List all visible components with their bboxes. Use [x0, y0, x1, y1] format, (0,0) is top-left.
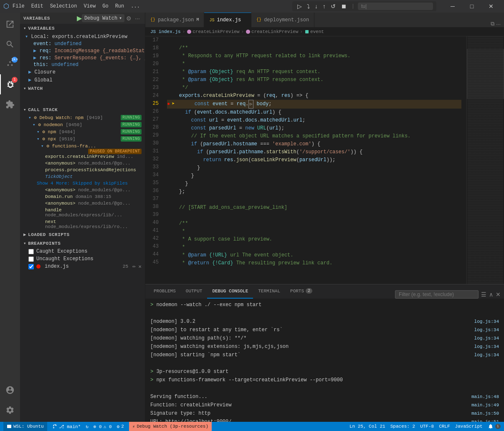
var-this[interactable]: this: undefined	[20, 61, 145, 68]
closure-group[interactable]: ▶ Closure	[20, 68, 145, 76]
status-wsl[interactable]: WSL: Ubuntu	[3, 422, 47, 431]
skipped-files-link[interactable]: Show 4 More: Skipped by skipFiles	[20, 180, 145, 187]
frame-next[interactable]: next node_modules/express/lib/ro...	[20, 218, 145, 230]
local-scope-group[interactable]: ▾ Local: exports.createLinkPreview	[20, 33, 145, 41]
tab-terminal[interactable]: TERMINAL	[253, 284, 285, 299]
tab-debug-console[interactable]: DEBUG CONSOLE	[207, 284, 253, 299]
activity-settings[interactable]	[0, 400, 20, 420]
caught-exceptions-item[interactable]: Caught Exceptions	[20, 248, 145, 255]
log-link-5[interactable]: log.js:34	[474, 351, 499, 359]
debug-stop-btn[interactable]: ⏹	[339, 2, 348, 10]
command-search[interactable]	[358, 3, 433, 10]
tab-index-js[interactable]: JS index.js ✕	[204, 13, 251, 27]
stack-npm-9484[interactable]: ▾ ⚙ npm [9484] RUNNING	[20, 128, 145, 135]
loaded-scripts-section[interactable]: ▶ LOADED SCRIPTS	[20, 230, 145, 239]
activity-source-control[interactable]: 1k+	[0, 54, 20, 74]
status-encoding[interactable]: UTF-8	[420, 424, 434, 429]
caught-exceptions-checkbox[interactable]	[28, 249, 34, 254]
frame-anonymous-1[interactable]: <anonymous> node_modules/@go...	[20, 160, 145, 167]
frame-anonymous-2[interactable]: <anonymous> node_modules/@go...	[20, 187, 145, 193]
stack-functions-fra[interactable]: ▾ ⚙ functions-fra... PAUSED ON BREAKPOIN…	[20, 142, 145, 150]
log-link-2[interactable]: log.js:34	[474, 326, 499, 334]
global-group[interactable]: ▶ Global	[20, 76, 145, 84]
log-link-3[interactable]: log.js:34	[474, 334, 499, 342]
maximize-btn[interactable]: □	[462, 0, 481, 13]
log-link-4[interactable]: log.js:34	[474, 342, 499, 351]
var-event[interactable]: event: undefined	[20, 41, 145, 47]
status-notifications[interactable]: 1	[488, 423, 501, 429]
console-filter-input[interactable]	[395, 290, 479, 299]
frame-process-ticks[interactable]: process.processTicksAndRejections	[20, 167, 145, 173]
activity-search[interactable]	[0, 34, 20, 54]
menu-view[interactable]: View	[84, 3, 96, 9]
status-errors[interactable]: ⊗ 0 ⚠ 0	[94, 424, 112, 429]
frame-anonymous-3[interactable]: <anonymous> node_modules/@go...	[20, 200, 145, 207]
breadcrumb-create-link-2[interactable]: createLinkPreview	[246, 29, 298, 34]
tab-ports[interactable]: PORTS 2	[285, 284, 317, 299]
stack-npx-9519[interactable]: ▾ ⚙ npx [9519] RUNNING	[20, 135, 145, 142]
status-language[interactable]: JavaScript	[455, 424, 483, 429]
tab-deployment-json[interactable]: {} deployment.json	[251, 13, 314, 27]
status-sync[interactable]: ↻	[86, 424, 89, 429]
debug-step-into-btn[interactable]: ↓	[313, 2, 319, 10]
minimize-btn[interactable]: ─	[443, 0, 462, 13]
index-js-breakpoint-checkbox[interactable]	[28, 264, 34, 269]
stack-nodemon-9450[interactable]: ▾ ⚙ nodemon [9450] RUNNING	[20, 121, 145, 128]
main-link-4[interactable]: main.js:51	[471, 418, 499, 422]
main-link-3[interactable]: main.js:50	[471, 409, 499, 418]
debug-config-dropdown[interactable]: Debug Watch ▾	[82, 14, 124, 22]
menu-edit[interactable]: Edit	[31, 3, 43, 9]
main-link-1[interactable]: main.js:48	[471, 393, 499, 401]
menu-run[interactable]: Run	[115, 3, 124, 9]
more-tabs-btn[interactable]: ···	[496, 21, 501, 27]
variables-section[interactable]: ▾ VARIABLES	[20, 24, 145, 33]
activity-debug[interactable]: 1	[0, 74, 20, 94]
tab-output[interactable]: OUTPUT	[181, 284, 208, 299]
code-content[interactable]: /** * Responds to any HTTP request relat…	[162, 36, 466, 284]
main-link-2[interactable]: main.js:49	[471, 401, 499, 409]
menu-more[interactable]: ...	[131, 3, 140, 9]
debug-run-button[interactable]: ▶	[77, 14, 82, 22]
status-eol[interactable]: CRLF	[439, 424, 450, 429]
debug-continue-btn[interactable]: ▷	[296, 2, 304, 10]
activity-explorer[interactable]	[0, 14, 20, 34]
activity-extensions[interactable]	[0, 94, 20, 114]
uncaught-exceptions-item[interactable]: Uncaught Exceptions	[20, 255, 145, 263]
activity-accounts[interactable]	[0, 380, 20, 400]
debug-more-btn[interactable]: ···	[133, 15, 142, 22]
status-spaces[interactable]: Spaces: 2	[390, 424, 415, 429]
status-git-branch[interactable]: ⎇ main*	[52, 424, 81, 429]
list-view-btn[interactable]: ☰	[481, 291, 486, 298]
var-res[interactable]: ▶ res: ServerResponse {_events: {…}, _e.…	[20, 54, 145, 61]
breadcrumb-create-link-1[interactable]: createLinkPreview	[187, 29, 239, 34]
breadcrumb-file[interactable]: JS index.js	[150, 29, 181, 34]
tab-problems[interactable]: PROBLEMS	[149, 284, 181, 299]
edit-breakpoint-btn[interactable]: ✏	[132, 264, 136, 269]
tab-package-json[interactable]: {} package.json M	[145, 13, 204, 27]
status-position[interactable]: Ln 25, Col 21	[350, 424, 385, 429]
status-workers[interactable]: ⚙ 2	[117, 424, 124, 429]
collapse-panel-btn[interactable]: ∧	[489, 291, 493, 298]
menu-go[interactable]: Go	[102, 3, 108, 9]
status-debug-session[interactable]: ⚡ Debug Watch (3p-resources)	[129, 422, 212, 431]
debug-step-over-btn[interactable]: ⤵	[305, 2, 312, 10]
menu-selection[interactable]: Selection	[50, 3, 77, 9]
stack-npm-9419[interactable]: ▾ ⚙ Debug Watch: npm [9419] RUNNING	[20, 114, 145, 121]
watch-section[interactable]: ▾ WATCH	[20, 84, 145, 93]
var-req[interactable]: ▶ req: IncomingMessage {_readableState:.…	[20, 47, 145, 54]
remove-breakpoint-btn[interactable]: ✕	[138, 264, 142, 269]
uncaught-exceptions-checkbox[interactable]	[28, 256, 34, 262]
close-btn[interactable]: ✕	[481, 0, 501, 13]
index-js-breakpoint-item[interactable]: index.js 25 ✏ ✕	[20, 263, 145, 270]
close-panel-btn[interactable]: ✕	[496, 291, 501, 298]
breakpoints-section[interactable]: ▾ BREAKPOINTS	[20, 239, 145, 248]
log-link-1[interactable]: log.js:34	[474, 317, 499, 326]
frame-handle[interactable]: handle node_modules/express/lib/...	[20, 207, 145, 218]
split-editor-btn[interactable]: ⧉	[491, 20, 494, 27]
frame-domain-run[interactable]: Domain.run domain 388:15	[20, 193, 145, 200]
debug-settings-btn[interactable]: ⚙	[124, 15, 133, 22]
menu-file[interactable]: File	[13, 3, 25, 9]
debug-step-out-btn[interactable]: ↑	[321, 2, 327, 10]
frame-tick-object[interactable]: TickObject	[20, 173, 145, 180]
debug-restart-btn[interactable]: ↺	[329, 2, 337, 10]
